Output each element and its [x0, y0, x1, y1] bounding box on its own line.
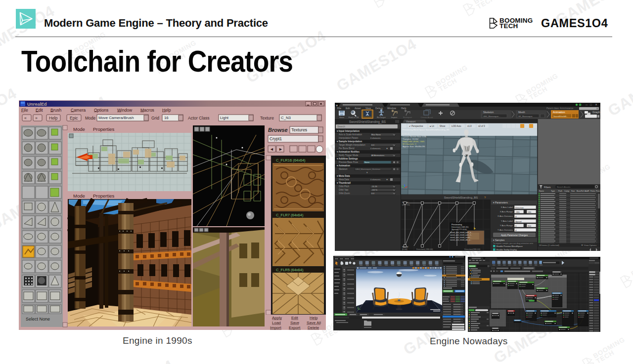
svg-text:Asset: Asset	[355, 107, 361, 110]
svg-text:Skeleton: Skeleton	[483, 111, 494, 114]
svg-text:sword_and_shield_walk_b...: sword_and_shield_walk_b...	[450, 232, 472, 234]
svg-text:▾ Animation Notifies: ▾ Animation Notifies	[336, 151, 360, 153]
svg-text:Axis to Scale Animation: Axis to Scale Animation	[339, 133, 362, 136]
svg-text:Size: Size	[571, 190, 575, 192]
svg-text:Max None: Max None	[371, 133, 381, 136]
svg-text:Mesh: Mesh	[518, 111, 525, 114]
svg-text:Options: Options	[94, 108, 108, 113]
svg-text:Skeleton: Skeleton	[339, 168, 348, 170]
svg-text:0 elements: 0 elements	[370, 178, 380, 181]
svg-text:[0.00]: [0.00]	[402, 248, 407, 250]
svg-text:Parent class: AnimInstance: Parent class: AnimInstance	[546, 107, 574, 110]
svg-text:Search Assets: Search Assets	[557, 186, 570, 188]
svg-text:-157.5: -157.5	[371, 189, 378, 191]
svg-text:sword_and_shield_strafe...: sword_and_shield_strafe...	[450, 237, 471, 239]
svg-text:Crypt1: Crypt1	[270, 136, 282, 141]
svg-text:Interpolation Param: Interpolation Param	[339, 137, 359, 139]
svg-text:-180: -180	[515, 211, 520, 213]
svg-text:Orbit Pitch: Orbit Pitch	[339, 185, 350, 188]
svg-text:x2 of 3: x2 of 3	[478, 125, 485, 127]
svg-text:▾ Sample Interpolation: ▾ Sample Interpolation	[336, 140, 362, 143]
svg-text:X Axis Range: X Axis Range	[500, 210, 513, 213]
svg-text:»: »	[35, 116, 38, 121]
svg-text:Search: Search	[337, 125, 345, 128]
svg-text:Comp: Comp	[564, 190, 569, 192]
svg-text:Direction: Direction	[515, 206, 524, 209]
svg-text:Help: Help	[49, 116, 58, 121]
svg-text:Find in CB: Find in CB	[349, 116, 359, 119]
svg-text:X Axis Label: X Axis Label	[501, 206, 513, 208]
svg-text:-11.25: -11.25	[371, 185, 377, 188]
svg-text:None: None	[364, 161, 370, 163]
svg-text:16: 16	[164, 116, 169, 120]
svg-text:□: □	[590, 103, 592, 106]
svg-text:Actor Class: Actor Class	[188, 116, 209, 121]
svg-text:0.0: 0.0	[371, 192, 374, 195]
svg-text:SwordShieldStanding_BS: SwordShieldStanding_BS	[444, 196, 478, 199]
svg-text:Grid: Grid	[151, 116, 159, 121]
svg-text:Save: Save	[290, 321, 300, 325]
svg-text:▾ Thumbnail: ▾ Thumbnail	[336, 182, 351, 184]
svg-text:Mode: Mode	[85, 116, 96, 121]
svg-text:180: 180	[528, 211, 532, 213]
svg-text:Previewing Blend Space SwordSh: Previewing Blend Space SwordShieldStandi…	[403, 128, 450, 131]
svg-text:Apply Parameter Changes: Apply Parameter Changes	[501, 234, 528, 237]
svg-text:u: u	[336, 104, 338, 107]
svg-text:Target Weight Interpolation: Target Weight Interpolation	[339, 144, 365, 146]
svg-text:Enable Tooltip Display: Enable Tooltip Display	[497, 248, 517, 251]
svg-text:C_N3: C_N3	[281, 116, 291, 120]
svg-text:👁 View Options: 👁 View Options	[581, 244, 597, 246]
svg-text:UnrealEd: UnrealEd	[27, 102, 47, 107]
svg-text:Delete: Delete	[308, 325, 319, 330]
svg-text:+: +	[386, 147, 388, 150]
svg-text:Export: Export	[289, 325, 301, 330]
svg-text:▾ Parameters: ▾ Parameters	[493, 201, 508, 204]
svg-text:AddR: AddR	[585, 190, 589, 192]
svg-text:Help: Help	[401, 107, 407, 110]
svg-text:Viewport: Viewport	[406, 120, 416, 123]
svg-text:◄: ◄	[270, 147, 274, 152]
svg-text:File: File	[21, 108, 28, 113]
svg-text:Mode: Mode	[73, 126, 85, 132]
svg-text:✕: ✕	[595, 103, 597, 106]
svg-text:Filters: Filters	[544, 186, 551, 189]
svg-text:Y Axis Range: Y Axis Range	[500, 224, 513, 227]
svg-text:▾ Samples: ▾ Samples	[493, 239, 505, 242]
svg-text:«: «	[24, 116, 27, 121]
svg-text:● Lit: ● Lit	[430, 125, 434, 127]
svg-text:Reimport: Reimport	[403, 116, 412, 119]
svg-text:Browse: Browse	[268, 127, 288, 133]
svg-text:800: 800	[528, 225, 532, 227]
svg-text:Load: Load	[272, 321, 281, 325]
svg-text:Meta Data: Meta Data	[339, 178, 349, 181]
svg-text:Direction(180.00): Direction(180.00)	[464, 248, 481, 250]
svg-text:Window: Window	[117, 108, 133, 113]
svg-text:▾ Input Interpolation: ▾ Input Interpolation	[336, 130, 360, 132]
svg-text:Help: Help	[310, 316, 318, 320]
svg-text:Speed(777.014): Speed(777.014)	[452, 228, 467, 231]
svg-text:─: ─	[585, 103, 588, 106]
svg-text:Edit: Edit	[291, 316, 299, 320]
svg-text:Type: Type	[551, 190, 555, 192]
svg-text:Brush: Brush	[50, 108, 61, 113]
svg-text:Speed: Speed	[515, 220, 522, 223]
svg-text:BaseRef: BaseRef	[577, 190, 585, 192]
svg-text:Orbit Yaw: Orbit Yaw	[339, 189, 349, 191]
svg-text:All Animations: All Animations	[371, 154, 384, 157]
svg-text:Edit: Edit	[346, 107, 350, 110]
svg-text:SK_Mannequin: SK_Mannequin	[518, 115, 533, 118]
svg-text:Path: Path	[558, 190, 562, 192]
svg-text:View: View	[365, 107, 371, 110]
svg-text:Help: Help	[162, 108, 171, 113]
svg-text:File: File	[337, 107, 341, 110]
svg-text:0.0: 0.0	[371, 144, 374, 146]
svg-text:▾ Additive Settings: ▾ Additive Settings	[336, 158, 358, 160]
svg-text:Per Bone Blend: Per Bone Blend	[339, 147, 355, 150]
svg-text:To register sample, you can dr: To register sample, you can drag animati…	[493, 243, 533, 244]
svg-text:Y Axis Divisions: Y Axis Divisions	[497, 229, 513, 231]
svg-text:Save All: Save All	[307, 321, 321, 325]
svg-text:Name: Name	[539, 190, 544, 192]
svg-text:Move Camera/Brush: Move Camera/Brush	[98, 116, 134, 120]
svg-text:C_FLR7 (64x64): C_FLR7 (64x64)	[276, 213, 304, 217]
svg-text:sword_and_shield_idle_z...: sword_and_shield_idle_z...	[450, 239, 471, 241]
